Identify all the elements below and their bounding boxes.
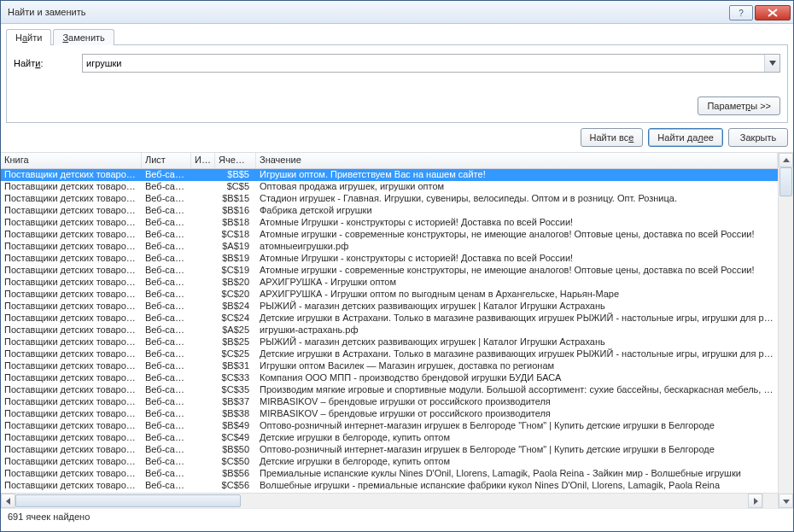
scroll-right-button[interactable] (748, 494, 762, 508)
column-header-book[interactable]: Книга (1, 153, 142, 168)
find-input[interactable] (83, 55, 764, 72)
cell-sheet: Веб-сайты (142, 253, 191, 265)
tab-panel-find: Найти: Параметры >> (6, 44, 788, 123)
table-row[interactable]: Поставщики детских товаров.xlsxВеб-сайты… (1, 420, 778, 432)
cell-value: атомныеигрушки.рф (256, 241, 778, 253)
cell-book: Поставщики детских товаров.xlsx (1, 384, 142, 396)
table-row[interactable]: Поставщики детских товаров.xlsxВеб-сайты… (1, 313, 778, 324)
tab-replace[interactable]: Заменить (53, 29, 114, 45)
cell-sheet: Веб-сайты (142, 324, 191, 336)
cell-value: АРХИГРУШКА - Игрушки оптом (256, 277, 778, 289)
cell-name (191, 468, 215, 480)
table-row[interactable]: Поставщики детских товаров.xlsxВеб-сайты… (1, 456, 778, 468)
table-row[interactable]: Поставщики детских товаров.xlsxВеб-сайты… (1, 396, 778, 408)
scroll-up-button[interactable] (779, 153, 793, 167)
cell-value: Детские игрушки в белгороде, купить опто… (256, 456, 778, 468)
cell-sheet: Веб-сайты (142, 193, 191, 205)
cell-name (191, 205, 215, 217)
cell-sheet: Веб-сайты (142, 336, 191, 348)
vertical-scroll-thumb[interactable] (779, 167, 792, 196)
horizontal-scrollbar[interactable] (1, 493, 778, 508)
table-row[interactable]: Поставщики детских товаров.xlsxВеб-сайты… (1, 360, 778, 372)
column-header-value[interactable]: Значение (256, 153, 778, 168)
cell-ref: $B$24 (215, 301, 256, 313)
cell-value: Детские игрушки в Астрахани. Только в ма… (256, 348, 778, 360)
table-row[interactable]: Поставщики детских товаров.xlsxВеб-сайты… (1, 253, 778, 265)
table-row[interactable]: Поставщики детских товаров.xlsxВеб-сайты… (1, 217, 778, 229)
close-window-button[interactable] (755, 5, 791, 20)
cell-name (191, 444, 215, 456)
cell-book: Поставщики детских товаров.xlsx (1, 313, 142, 324)
cell-sheet: Веб-сайты (142, 229, 191, 241)
cell-book: Поставщики детских товаров.xlsx (1, 253, 142, 265)
table-row[interactable]: Поставщики детских товаров.xlsxВеб-сайты… (1, 324, 778, 336)
cell-sheet: Веб-сайты (142, 360, 191, 372)
find-dropdown-button[interactable] (764, 55, 779, 72)
column-header-cell[interactable]: Ячейка (215, 153, 256, 168)
table-row[interactable]: Поставщики детских товаров.xlsxВеб-сайты… (1, 301, 778, 313)
column-header-sheet[interactable]: Лист (142, 153, 191, 168)
vertical-scrollbar[interactable] (778, 153, 793, 508)
table-row[interactable]: Поставщики детских товаров.xlsxВеб-сайты… (1, 480, 778, 492)
scroll-down-button[interactable] (779, 494, 793, 508)
cell-name (191, 348, 215, 360)
table-row[interactable]: Поставщики детских товаров.xlsxВеб-сайты… (1, 277, 778, 289)
cell-book: Поставщики детских товаров.xlsx (1, 229, 142, 241)
cell-sheet: Веб-сайты (142, 265, 191, 277)
cell-sheet: Веб-сайты (142, 372, 191, 384)
cell-sheet: Веб-сайты (142, 205, 191, 217)
scroll-left-button[interactable] (1, 494, 15, 508)
table-row[interactable]: Поставщики детских товаров.xlsxВеб-сайты… (1, 265, 778, 277)
find-input-combo[interactable] (82, 54, 780, 73)
cell-book: Поставщики детских товаров.xlsx (1, 420, 142, 432)
cell-sheet: Веб-сайты (142, 432, 191, 444)
cell-value: Производим мягкие игровые и спортивные м… (256, 384, 778, 396)
table-row[interactable]: Поставщики детских товаров.xlsxВеб-сайты… (1, 372, 778, 384)
cell-book: Поставщики детских товаров.xlsx (1, 241, 142, 253)
table-row[interactable]: Поставщики детских товаров.xlsxВеб-сайты… (1, 181, 778, 193)
cell-name (191, 336, 215, 348)
cell-book: Поставщики детских товаров.xlsx (1, 432, 142, 444)
cell-name (191, 217, 215, 229)
find-all-button[interactable]: Найти все (581, 128, 644, 147)
table-row[interactable]: Поставщики детских товаров.xlsxВеб-сайты… (1, 348, 778, 360)
cell-name (191, 360, 215, 372)
results-area: Книга Лист Имя Ячейка Значение Поставщик… (1, 152, 793, 508)
table-row[interactable]: Поставщики детских товаров.xlsxВеб-сайты… (1, 241, 778, 253)
cell-name (191, 241, 215, 253)
cell-name (191, 384, 215, 396)
table-row[interactable]: Поставщики детских товаров.xlsxВеб-сайты… (1, 336, 778, 348)
cell-ref: $C$19 (215, 265, 256, 277)
options-button[interactable]: Параметры >> (698, 96, 780, 115)
chevron-down-icon (769, 61, 776, 66)
find-next-button[interactable]: Найти далее (648, 128, 723, 147)
tab-find[interactable]: Найти (6, 29, 51, 45)
cell-value: РЫЖИЙ - магазин детских развивающих игру… (256, 336, 778, 348)
cell-sheet: Веб-сайты (142, 396, 191, 408)
table-row[interactable]: Поставщики детских товаров.xlsxВеб-сайты… (1, 205, 778, 217)
cell-name (191, 265, 215, 277)
table-row[interactable]: Поставщики детских товаров.xlsxВеб-сайты… (1, 408, 778, 420)
help-button[interactable]: ? (729, 5, 753, 20)
table-row[interactable]: Поставщики детских товаров.xlsxВеб-сайты… (1, 468, 778, 480)
table-row[interactable]: Поставщики детских товаров.xlsxВеб-сайты… (1, 444, 778, 456)
column-header-name[interactable]: Имя (191, 153, 215, 168)
find-label: Найти: (14, 58, 82, 68)
table-row[interactable]: Поставщики детских товаров.xlsxВеб-сайты… (1, 432, 778, 444)
table-row[interactable]: Поставщики детских товаров.xlsxВеб-сайты… (1, 384, 778, 396)
cell-ref: $C$49 (215, 432, 256, 444)
close-button[interactable]: Закрыть (728, 128, 788, 147)
table-row[interactable]: Поставщики детских товаров.xlsxВеб-сайты… (1, 289, 778, 301)
table-row[interactable]: Поставщики детских товаров.xlsxВеб-сайты… (1, 193, 778, 205)
cell-value: Компания ООО МПП - производство брендово… (256, 372, 778, 384)
cell-ref: $C$18 (215, 229, 256, 241)
horizontal-scroll-thumb[interactable] (15, 494, 241, 507)
table-row[interactable]: Поставщики детских товаров.xlsxВеб-сайты… (1, 169, 778, 181)
table-row[interactable]: Поставщики детских товаров.xlsxВеб-сайты… (1, 229, 778, 241)
cell-ref: $C$33 (215, 372, 256, 384)
scroll-corner (762, 494, 778, 508)
cell-name (191, 372, 215, 384)
help-icon: ? (739, 9, 744, 18)
cell-ref: $A$25 (215, 324, 256, 336)
cell-sheet: Веб-сайты (142, 444, 191, 456)
